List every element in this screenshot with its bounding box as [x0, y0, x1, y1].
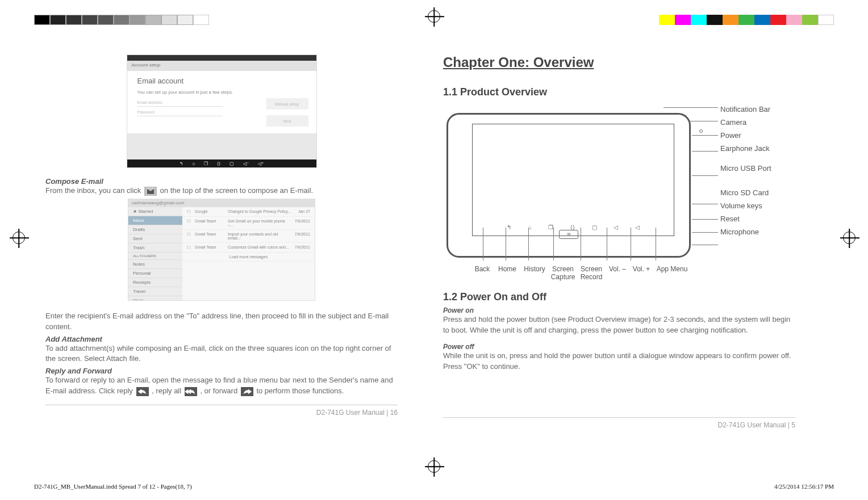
label-home: Home: [494, 265, 520, 281]
reply-all-icon: [185, 387, 197, 396]
spread-metadata: D2-741G_MB_UserManual.indd Spread 7 of 1…: [34, 483, 834, 490]
add-attachment-paragraph: To add attachment(s) while composing an …: [45, 343, 398, 365]
camera-dot-icon: [699, 129, 703, 133]
forward-icon: [241, 387, 253, 396]
email-account-title: Email account: [137, 77, 306, 85]
power-off-heading: Power off: [443, 343, 795, 351]
compose-heading: Compose E-mail: [45, 177, 398, 186]
power-on-paragraph: Press and hold the power button (see Pro…: [443, 314, 795, 336]
registration-mark-icon: [428, 460, 440, 473]
file-info: D2-741G_MB_UserManual.indd Spread 7 of 1…: [34, 483, 192, 490]
label-volume-keys: Volume keys: [720, 201, 771, 210]
next-button: Next: [266, 115, 308, 127]
section-1-1-heading: 1.1 Product Overview: [443, 86, 795, 98]
manual-setup-button: Manual setup: [266, 98, 308, 110]
page-footer-left: D2-741G User Manual | 16: [45, 405, 398, 417]
reply-heading: Reply and Forward: [45, 367, 398, 375]
power-off-paragraph: While the unit is on, press and hold the…: [443, 351, 795, 372]
label-reset: Reset: [720, 215, 771, 223]
label-history: History: [520, 265, 549, 281]
email-field: Email address: [137, 100, 223, 107]
page-footer-right: D2-741G User Manual | 5: [443, 418, 795, 429]
reply-icon: [136, 387, 149, 396]
label-micro-sd: Micro SD Card: [720, 188, 771, 197]
label-power: Power: [720, 131, 771, 140]
label-micro-usb: Micro USB Port: [720, 164, 771, 173]
label-camera: Camera: [720, 118, 771, 127]
label-earphone-jack: Earphone Jack: [720, 144, 771, 153]
export-timestamp: 4/25/2014 12:56:17 PM: [774, 483, 834, 490]
chapter-title: Chapter One: Overview: [443, 54, 795, 70]
section-1-2-heading: 1.2 Power On and Off: [443, 291, 795, 303]
compose-paragraph: From the inbox, you can click on the top…: [45, 186, 398, 196]
password-field: Password: [137, 110, 223, 116]
label-vol-up: Vol. +: [629, 265, 653, 281]
label-screen-record: Screen Record: [577, 265, 606, 281]
page-left: Account setup Email account You can set …: [45, 37, 398, 446]
compose-icon: [144, 187, 157, 196]
reply-paragraph: To forward or reply to an E-mail, open t…: [45, 375, 398, 397]
inbox-account: carlmanwang@gmail.com: [128, 199, 315, 207]
home-button-icon: ⊞: [559, 230, 578, 239]
label-notification-bar: Notification Bar: [720, 105, 771, 114]
recipient-paragraph: Enter the recipient's E-mail address on …: [45, 311, 398, 333]
email-setup-screenshot: Account setup Email account You can set …: [127, 54, 317, 168]
product-overview-diagram: ↰⌂❐⟨⟩▢◁◁ ⊞: [437, 102, 812, 283]
label-screen-capture: Screen Capture: [549, 265, 577, 281]
label-microphone: Microphone: [720, 228, 771, 236]
label-back: Back: [470, 265, 494, 281]
diagram-labels-bottom: Back Home History Screen Capture Screen …: [470, 265, 691, 281]
page-right: Chapter One: Overview 1.1 Product Overvi…: [443, 37, 795, 446]
load-more: Load more messages: [182, 253, 315, 262]
diagram-labels-right: Notification Bar Camera Power Earphone J…: [720, 105, 771, 241]
add-attachment-heading: Add Attachment: [45, 335, 398, 343]
label-app-menu: App Menu: [653, 265, 691, 281]
screenshot-header: Account setup: [127, 61, 316, 71]
email-account-subtitle: You can set up your account in just a fe…: [137, 90, 306, 95]
label-vol-down: Vol. –: [606, 265, 629, 281]
inbox-screenshot: carlmanwang@gmail.com ★ Starred Inbox Dr…: [128, 199, 315, 301]
power-on-heading: Power on: [443, 306, 795, 314]
android-navbar: ↰⌂❐⟨⟩▢◁⁻◁⁺: [127, 159, 316, 167]
